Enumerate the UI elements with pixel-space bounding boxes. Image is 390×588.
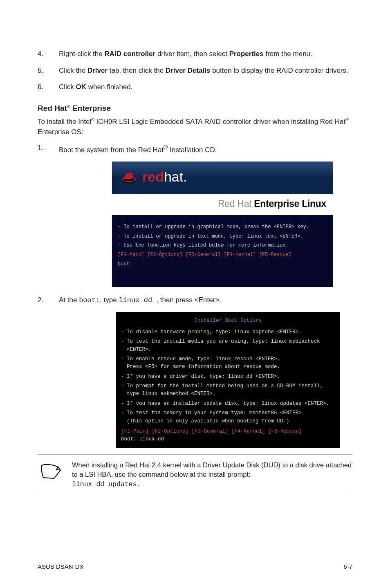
installer-option-line: -To test the memory in your system type:… [121, 409, 335, 425]
footer-right: 6-7 [343, 563, 352, 570]
installer-option-line: -To prompt for the install method being … [121, 382, 335, 398]
section-title: Red Hat® Enterprise [38, 104, 352, 113]
installer-option-line: -If you have an installer update disk, t… [121, 400, 335, 408]
fkeys-line: [F1-Main] [F2-Options] [F3-General] [F4-… [121, 428, 335, 435]
redhat-wordmark: redhat. [142, 169, 187, 185]
redhat-boot-screenshot: redhat. Red Hat Enterprise Linux - To in… [112, 162, 333, 287]
step-2: 2. At the boot:, type linux dd , then pr… [38, 295, 352, 306]
footer-left: ASUS DSAN-DX [38, 563, 84, 570]
redhat-subline: Red Hat Enterprise Linux [112, 194, 333, 215]
pencil-note-icon [40, 463, 63, 480]
installer-option-line: -To disable hardware probing, type: linu… [121, 328, 335, 336]
step-5: 5.Click the Driver tab, then click the D… [38, 66, 352, 76]
step-4: 4.Right-click the RAID controller driver… [38, 49, 352, 59]
installer-option-line: -To enable rescue mode, type: linux resc… [121, 355, 335, 371]
installer-option-line: -If you have a driver disk, type: linux … [121, 373, 335, 381]
note-command: linux dd updates. [72, 480, 141, 488]
boot-prompt: boot: linux dd_ [121, 435, 335, 443]
note-box: When installing a Red Hat 2.4 kernel wit… [38, 454, 352, 495]
intro-text: To install the Intel® ICH9R LSI Logic Em… [38, 117, 352, 137]
step-1: 1. Boot the system from the Red Hat® Ins… [38, 143, 352, 155]
installer-title: Installer Boot Options [121, 317, 335, 325]
note-text: When installing a Red Hat 2.4 kernel wit… [72, 461, 352, 478]
installer-option-line: -To test the install media you are using… [121, 338, 335, 354]
step-6: 6.Click OK when finished. [38, 82, 352, 92]
installer-options-screenshot: Installer Boot Options -To disable hardw… [116, 312, 340, 447]
redhat-logo-icon [121, 169, 137, 185]
